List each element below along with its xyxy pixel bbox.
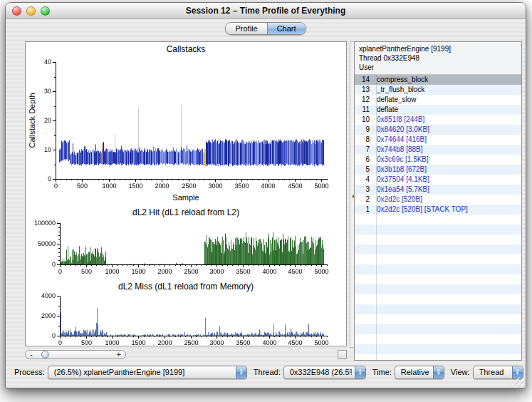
sample-axis-label: Sample: [26, 193, 346, 202]
callstack-row[interactable]: 11deflate: [355, 105, 521, 115]
frame-index: [355, 304, 373, 314]
window-title: Session 12 – Time Profile of Everything: [6, 3, 526, 19]
dl2-miss-chart[interactable]: [31, 292, 338, 347]
time-label: Time:: [372, 368, 392, 376]
callstack-row[interactable]: 20x2d2c [520B]: [355, 195, 521, 205]
frame-index: 14: [355, 75, 373, 85]
frame-label: deflate: [373, 105, 398, 115]
callstack-filler-row: [355, 264, 521, 274]
zoom-button[interactable]: [41, 6, 50, 16]
frame-index: 8: [355, 135, 373, 145]
zoom-slider[interactable]: - +: [25, 350, 126, 359]
callstack-row[interactable]: 60x3c69c [1.5KB]: [355, 155, 521, 165]
popup-arrows-icon: ▲▼: [433, 366, 444, 378]
frame-label: 0x1ea54 [5.7KB]: [373, 185, 429, 195]
callstack-row[interactable]: 90x84620 [3.0KB]: [355, 125, 521, 135]
frame-index: [355, 354, 373, 361]
frame-index: 3: [355, 185, 373, 195]
frame-index: 1: [355, 205, 373, 215]
callstacks-title: Callstacks: [26, 44, 346, 54]
callstack-row[interactable]: 10x2d2c [520B] [STACK TOP]: [355, 205, 521, 215]
callstack-filler-row: [355, 254, 521, 264]
frame-index: [355, 344, 373, 354]
frame-label: 0x851f8 [244B]: [373, 115, 424, 125]
frame-index: 4: [355, 175, 373, 185]
popup-arrows-icon: ▲▼: [355, 366, 365, 378]
frame-index: 2: [355, 195, 373, 205]
session-window: Session 12 – Time Profile of Everything …: [5, 2, 526, 388]
frame-index: [355, 274, 373, 284]
callstack-filler-row: [355, 354, 521, 361]
zoom-slider-thumb[interactable]: [41, 351, 49, 359]
callstack-filler-row: [355, 334, 521, 344]
callstack-row[interactable]: 70x744b8 [88B]: [355, 145, 521, 155]
popup-arrows-icon: ▲▼: [512, 366, 523, 378]
callstack-row[interactable]: 40x37504 [4.1KB]: [355, 175, 521, 185]
chart-zoom-row: - +: [25, 349, 347, 361]
callstack-filler-row: [355, 284, 521, 294]
frame-label: deflate_slow: [373, 95, 417, 105]
callstack-row[interactable]: 50x3b1b8 [672B]: [355, 165, 521, 175]
process-popup[interactable]: (26.5%) xplanetPantherEngine [9199] ▲▼: [48, 366, 247, 379]
chart-panel: Callstacks Callstack Depth Sample dL2 Hi…: [25, 41, 347, 346]
frame-index: [355, 294, 373, 304]
dl2-hit-title: dL2 Hit (dL1 reload from L2): [26, 207, 346, 217]
tab-profile[interactable]: Profile: [226, 23, 266, 34]
frame-label: 0x3c69c [1.5KB]: [373, 155, 429, 165]
title-bar[interactable]: Session 12 – Time Profile of Everything: [6, 3, 526, 19]
frame-index: 12: [355, 95, 373, 105]
callstack-row[interactable]: 100x851f8 [244B]: [355, 115, 521, 125]
time-popup[interactable]: Relative ▲▼: [395, 366, 444, 379]
thread-label: Thread:: [254, 368, 281, 376]
grow-box[interactable]: [338, 350, 347, 359]
minimize-button[interactable]: [26, 6, 36, 16]
bottom-controls: Process: (26.5%) xplanetPantherEngine [9…: [6, 364, 526, 381]
frame-index: 7: [355, 145, 373, 155]
frame-label: 0x2d2c [520B] [STACK TOP]: [373, 205, 468, 215]
callstack-row[interactable]: 80x74644 [416B]: [355, 135, 521, 145]
resize-grip[interactable]: [515, 377, 525, 387]
frame-label: 0x84620 [3.0KB]: [373, 125, 429, 135]
frame-index: [355, 314, 373, 324]
dl2-hit-chart[interactable]: [31, 219, 338, 276]
frame-index: [355, 254, 373, 264]
callstack-row[interactable]: 14compress_block: [355, 75, 521, 85]
callstack-filler-row: [355, 304, 521, 314]
frame-index: 10: [355, 115, 373, 125]
process-name-line: xplanetPantherEngine [9199]: [359, 44, 517, 53]
view-switcher: Profile Chart: [6, 22, 526, 38]
callstack-row[interactable]: 30x1ea54 [5.7KB]: [355, 185, 521, 195]
user-line: User: [359, 63, 517, 72]
frame-label: 0x74644 [416B]: [373, 135, 427, 145]
frame-label: compress_block: [373, 75, 428, 85]
thread-popup[interactable]: 0x332E948 (26.5%) ▲▼: [283, 366, 366, 379]
process-label: Process:: [14, 368, 45, 376]
frame-label: 0x2d2c [520B]: [373, 195, 422, 205]
close-button[interactable]: [12, 6, 21, 16]
thread-line: Thread 0x332E948: [359, 53, 517, 63]
frame-index: [355, 284, 373, 294]
frame-index: [355, 244, 373, 254]
column-divider: [376, 75, 377, 360]
callstack-filler-row: [355, 274, 521, 284]
callstack-filler-row: [355, 225, 521, 234]
frame-index: 9: [355, 125, 373, 135]
frame-index: 13: [355, 85, 373, 95]
tab-chart[interactable]: Chart: [267, 23, 306, 34]
dl2-miss-title: dL2 Miss (dL1 reload from Memory): [26, 282, 346, 292]
callstack-row[interactable]: 13_tr_flush_block: [355, 85, 521, 95]
callstack-filler-row: [355, 324, 521, 334]
frame-index: [355, 234, 373, 244]
callstack-row[interactable]: 12deflate_slow: [355, 95, 521, 105]
zoom-in-button[interactable]: +: [117, 350, 121, 359]
callstacks-chart[interactable]: [31, 56, 338, 192]
frame-index: [355, 225, 373, 234]
callstack-header: xplanetPantherEngine [9199] Thread 0x332…: [355, 42, 521, 75]
frame-index: [355, 264, 373, 274]
frame-label: 0x37504 [4.1KB]: [373, 175, 429, 185]
frame-label: 0x3b1b8 [672B]: [373, 165, 427, 175]
callstack-filler-row: [355, 294, 521, 304]
callstack-list: 14compress_block13_tr_flush_block12defla…: [355, 75, 521, 361]
callstack-filler-row: [355, 314, 521, 324]
zoom-out-button[interactable]: -: [30, 350, 33, 359]
